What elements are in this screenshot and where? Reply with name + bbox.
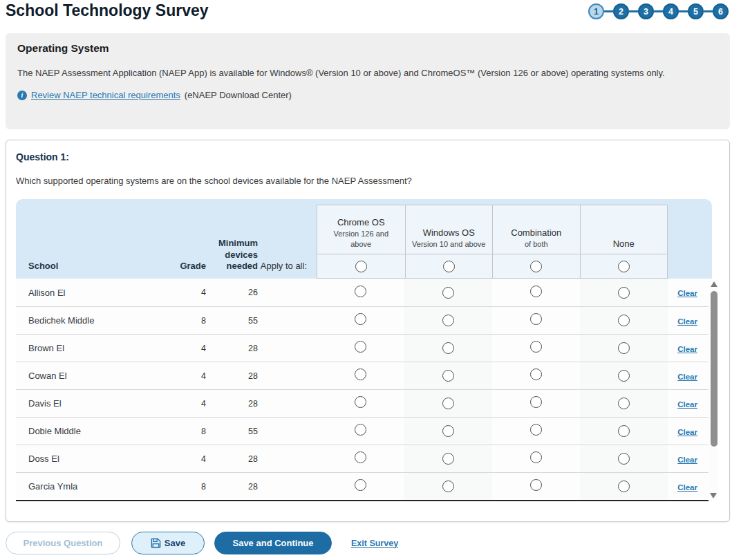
save-and-continue-button[interactable]: Save and Continue: [214, 532, 332, 554]
row-radio-option-1[interactable]: [355, 396, 366, 408]
grade-cell: 8: [165, 482, 206, 492]
table-row: Davis El428Clear: [16, 389, 709, 417]
grade-cell: 4: [165, 288, 206, 297]
devices-cell: 28: [206, 399, 258, 409]
radio-cell: [580, 335, 668, 362]
clear-link[interactable]: Clear: [677, 400, 697, 409]
apply-to-all-radio-4[interactable]: [618, 261, 630, 272]
radio-cell: [404, 473, 492, 500]
column-header-school: School: [16, 261, 165, 272]
clear-link[interactable]: Clear: [677, 345, 697, 353]
clear-cell: Clear: [668, 453, 709, 465]
row-radio-option-3[interactable]: [530, 313, 542, 325]
operating-system-panel: Operating System The NAEP Assessment App…: [6, 33, 730, 129]
exit-survey-link[interactable]: Exit Survey: [351, 539, 398, 548]
step-connector: [704, 10, 713, 12]
clear-link[interactable]: Clear: [677, 289, 697, 297]
clear-link[interactable]: Clear: [677, 373, 697, 381]
step-circle-4[interactable]: 4: [663, 3, 679, 19]
row-radio-option-1[interactable]: [355, 286, 366, 297]
save-button[interactable]: Save: [131, 532, 205, 554]
row-radio-option-4[interactable]: [618, 398, 630, 409]
clear-cell: Clear: [668, 342, 709, 355]
step-circle-2[interactable]: 2: [613, 3, 629, 19]
grade-cell: 4: [165, 344, 206, 353]
row-radio-option-4[interactable]: [618, 425, 630, 437]
clear-cell: Clear: [668, 315, 709, 327]
devices-cell: 55: [206, 427, 258, 436]
school-cell: Brown El: [16, 343, 165, 353]
row-radio-option-3[interactable]: [530, 368, 542, 380]
radio-cell: [580, 390, 668, 417]
school-cell: Doss El: [16, 454, 165, 464]
school-table: School Grade Minimum devices needed Appl…: [16, 199, 718, 501]
row-radio-option-4[interactable]: [618, 342, 630, 354]
apply-to-all-radio-3[interactable]: [530, 261, 542, 272]
apply-to-all-radio-row: [406, 254, 493, 278]
row-radio-option-4[interactable]: [618, 453, 630, 465]
row-radio-option-3[interactable]: [530, 424, 542, 436]
row-radio-option-4[interactable]: [618, 370, 630, 382]
step-circle-1[interactable]: 1: [588, 3, 604, 19]
row-radio-option-4[interactable]: [618, 480, 630, 492]
review-requirements-link[interactable]: Review NAEP technical requirements: [31, 90, 180, 100]
clear-link[interactable]: Clear: [677, 428, 697, 436]
column-header-grade: Grade: [165, 261, 206, 272]
clear-link[interactable]: Clear: [677, 456, 697, 464]
option-title: Windows OS: [423, 227, 475, 238]
devices-cell: 26: [206, 288, 258, 297]
row-radio-option-2[interactable]: [442, 480, 454, 492]
row-radio-option-1[interactable]: [355, 479, 366, 491]
row-radio-option-1[interactable]: [355, 451, 366, 463]
option-labels: Combinationof both: [493, 205, 580, 254]
row-radio-option-1[interactable]: [355, 341, 366, 353]
row-radio-option-2[interactable]: [442, 315, 454, 326]
row-radio-option-3[interactable]: [530, 341, 542, 353]
row-radio-option-2[interactable]: [442, 342, 454, 354]
radio-cell: [492, 451, 580, 466]
devices-cell: 55: [206, 316, 258, 326]
stepper: 123456: [588, 3, 729, 19]
grade-cell: 4: [165, 399, 206, 409]
option-subtitle: Version 126 and above: [329, 229, 393, 250]
option-labels: None: [581, 205, 668, 254]
row-radio-option-1[interactable]: [355, 368, 366, 380]
table-row: Brown El428Clear: [16, 334, 709, 362]
devices-cell: 28: [206, 371, 258, 381]
row-radio-option-1[interactable]: [355, 313, 366, 325]
vertical-scrollbar[interactable]: [709, 279, 718, 501]
radio-cell: [580, 418, 668, 445]
step-circle-6[interactable]: 6: [713, 3, 729, 19]
clear-link[interactable]: Clear: [677, 317, 697, 326]
apply-to-all-radio-row: [317, 254, 405, 278]
row-radio-option-1[interactable]: [355, 424, 366, 436]
row-radio-option-2[interactable]: [442, 453, 454, 465]
scrollbar-thumb[interactable]: [711, 291, 717, 447]
previous-question-button[interactable]: Previous Question: [6, 532, 120, 554]
apply-to-all-radio-1[interactable]: [355, 261, 367, 272]
table-row: Bedichek Middle855Clear: [16, 306, 709, 334]
row-radio-option-2[interactable]: [442, 398, 454, 409]
row-radio-option-3[interactable]: [530, 396, 542, 408]
row-radio-option-3[interactable]: [530, 479, 542, 491]
row-radio-option-2[interactable]: [442, 287, 454, 299]
step-circle-5[interactable]: 5: [688, 3, 704, 19]
step-circle-3[interactable]: 3: [638, 3, 654, 19]
row-radio-option-3[interactable]: [530, 451, 542, 463]
row-radio-option-2[interactable]: [442, 425, 454, 437]
radio-cell: [317, 368, 404, 383]
row-radio-option-2[interactable]: [442, 370, 454, 382]
scrollbar-up-arrow-icon[interactable]: [711, 281, 717, 287]
step-connector: [604, 10, 613, 12]
clear-link[interactable]: Clear: [677, 483, 697, 492]
radio-cell: [580, 307, 668, 334]
panel-body-text: The NAEP Assessment Application (NAEP Ap…: [17, 68, 718, 78]
row-radio-option-4[interactable]: [618, 287, 630, 299]
scrollbar-down-arrow-icon[interactable]: [710, 493, 717, 498]
apply-to-all-radio-row: [493, 254, 580, 278]
option-column-1: Chrome OSVersion 126 and above: [317, 205, 405, 278]
radio-cell: [404, 418, 492, 445]
row-radio-option-3[interactable]: [530, 286, 542, 297]
apply-to-all-radio-2[interactable]: [443, 261, 455, 272]
row-radio-option-4[interactable]: [618, 315, 630, 326]
